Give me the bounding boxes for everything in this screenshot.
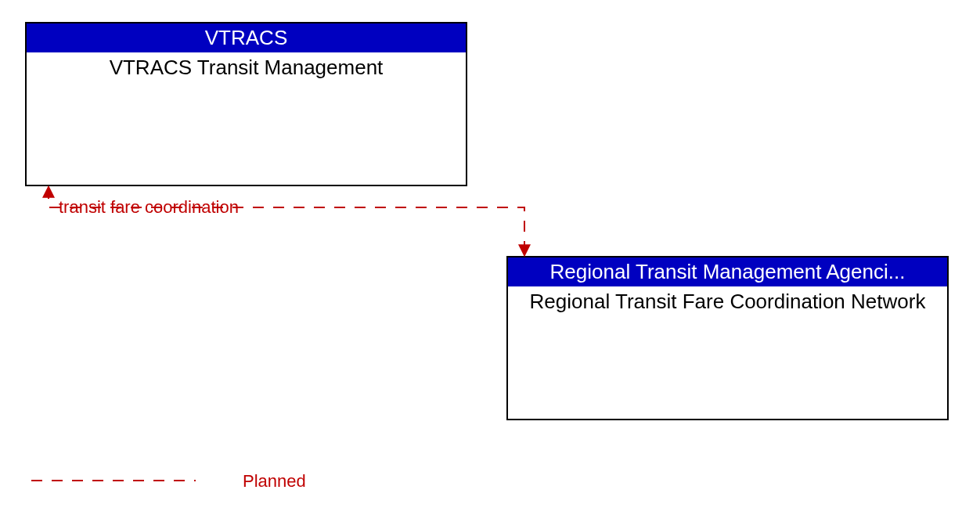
node-regional: Regional Transit Management Agenci... Re… (506, 256, 949, 420)
node-vtracs-header: VTRACS (27, 23, 466, 52)
node-regional-header: Regional Transit Management Agenci... (508, 258, 947, 286)
node-regional-body: Regional Transit Fare Coordination Netwo… (508, 286, 947, 317)
connector-label: transit fare coordination (59, 197, 239, 218)
legend-planned-label: Planned (243, 471, 306, 492)
node-vtracs-body: VTRACS Transit Management (27, 52, 466, 83)
node-vtracs: VTRACS VTRACS Transit Management (25, 22, 467, 186)
